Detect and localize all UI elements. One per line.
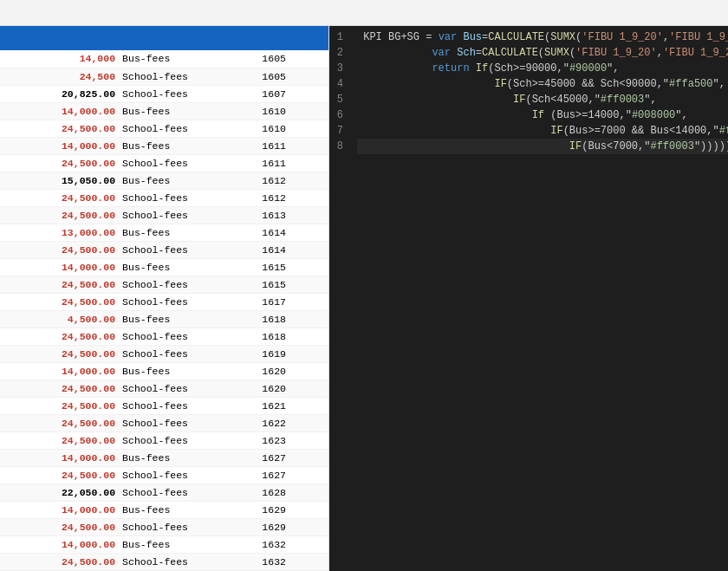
close-button[interactable] [3, 3, 23, 23]
table-row: 24,500.00School-fees1619 [0, 345, 328, 362]
id-cell: 1627 [258, 449, 328, 466]
amount-cell: 24,500.00 [0, 120, 119, 137]
id-cell: 1605 [258, 50, 328, 68]
amount-cell: 14,000 [0, 50, 119, 68]
table-row: 14,000Bus-fees1605 [0, 50, 328, 68]
service-cell: School-fees [119, 345, 258, 362]
table-row: 24,500.00School-fees1610 [0, 120, 328, 137]
code-content[interactable]: KPI BG+SG = var Bus=CALCULATE(SUMX('FIBU… [350, 26, 728, 571]
id-cell: 1610 [258, 120, 328, 137]
id-cell: 1605 [258, 68, 328, 85]
code-editor[interactable]: 12345678 KPI BG+SG = var Bus=CALCULATE(S… [329, 26, 728, 571]
id-cell: 1617 [258, 293, 328, 310]
id-cell: 1618 [258, 310, 328, 328]
id-cell: 1612 [258, 172, 328, 189]
table-row: 13,000.00Bus-fees1614 [0, 224, 328, 241]
table-row: 14,000.00Bus-fees1611 [0, 137, 328, 154]
amount-cell: 24,500.00 [0, 380, 119, 397]
table-row: 24,500.00School-fees1622 [0, 414, 328, 431]
amount-cell: 14,000.00 [0, 535, 119, 553]
amount-cell: 14,000.00 [0, 137, 119, 154]
amount-cell: 24,500.00 [0, 206, 119, 224]
amount-cell: 14,000.00 [0, 501, 119, 518]
service-cell: School-fees [119, 293, 258, 310]
amount-cell: 24,500.00 [0, 154, 119, 172]
table-row: 24,500.00School-fees1620 [0, 380, 328, 397]
table-row: 24,500.00School-fees1618 [0, 328, 328, 345]
service-cell: School-fees [119, 553, 258, 570]
line-number: 1 [333, 29, 343, 45]
id-cell: 1629 [258, 518, 328, 535]
service-cell: Bus-fees [119, 50, 258, 68]
code-line: If (Bus>=14000,"#008000", [357, 107, 728, 123]
line-number: 8 [333, 139, 343, 154]
amount-cell: 24,500.00 [0, 414, 119, 431]
line-number: 4 [333, 76, 343, 92]
data-table: 14,000Bus-fees160524,500School-fees16052… [0, 50, 328, 571]
table-row: 24,500.00School-fees1627 [0, 466, 328, 483]
table-row: 22,050.00School-fees1628 [0, 483, 328, 501]
code-line: return If(Sch>=90000,"#90000", [357, 61, 728, 76]
table-row: 4,500.00Bus-fees1618 [0, 310, 328, 328]
table-row: 14,000.00Bus-fees1620 [0, 362, 328, 380]
id-cell: 1614 [258, 224, 328, 241]
code-line: var Sch=CALCULATE(SUMX('FIBU 1_9_20','FI… [357, 45, 728, 61]
amount-cell: 24,500.00 [0, 431, 119, 449]
table-row: 14,000.00Bus-fees1629 [0, 501, 328, 518]
service-cell: Bus-fees [119, 258, 258, 276]
amount-cell: 24,500.00 [0, 518, 119, 535]
amount-cell: 24,500.00 [0, 241, 119, 258]
table-row: 24,500.00School-fees1621 [0, 397, 328, 414]
service-cell: Bus-fees [119, 102, 258, 120]
amount-cell: 14,000.00 [0, 449, 119, 466]
id-cell: 1619 [258, 345, 328, 362]
id-cell: 1620 [258, 380, 328, 397]
service-cell: School-fees [119, 328, 258, 345]
service-cell: School-fees [119, 189, 258, 206]
service-cell: School-fees [119, 397, 258, 414]
amount-cell: 24,500.00 [0, 553, 119, 570]
amount-cell: 24,500.00 [0, 189, 119, 206]
id-cell: 1620 [258, 362, 328, 380]
service-cell: School-fees [119, 241, 258, 258]
line-number: 5 [333, 92, 343, 107]
id-cell: 1613 [258, 206, 328, 224]
table-row: 20,825.00School-fees1607 [0, 85, 328, 102]
id-cell: 1612 [258, 189, 328, 206]
main-area: 14,000Bus-fees160524,500School-fees16052… [0, 26, 728, 571]
amount-cell: 22,050.00 [0, 483, 119, 501]
id-cell: 1632 [258, 553, 328, 570]
table-row: 24,500.00School-fees1629 [0, 518, 328, 535]
code-line: IF(Sch>=45000 && Sch<90000,"#ffa500", [357, 76, 728, 92]
amount-cell: 24,500.00 [0, 345, 119, 362]
id-cell: 1607 [258, 85, 328, 102]
amount-cell: 24,500.00 [0, 276, 119, 293]
left-panel[interactable]: 14,000Bus-fees160524,500School-fees16052… [0, 26, 329, 571]
amount-cell: 24,500.00 [0, 466, 119, 483]
amount-cell: 13,000.00 [0, 224, 119, 241]
table-row: 15,050.00Bus-fees1612 [0, 172, 328, 189]
service-cell: Bus-fees [119, 535, 258, 553]
line-number: 6 [333, 107, 343, 123]
amount-cell: 24,500.00 [0, 328, 119, 345]
service-cell: School-fees [119, 154, 258, 172]
table-row: 24,500.00School-fees1617 [0, 293, 328, 310]
amount-cell: 15,050.00 [0, 172, 119, 189]
service-cell: School-fees [119, 466, 258, 483]
table-row: 14,000.00Bus-fees1615 [0, 258, 328, 276]
table-row: 24,500.00School-fees1611 [0, 154, 328, 172]
service-cell: School-fees [119, 518, 258, 535]
service-cell: School-fees [119, 380, 258, 397]
service-cell: Bus-fees [119, 172, 258, 189]
service-cell: Bus-fees [119, 137, 258, 154]
id-cell: 1614 [258, 241, 328, 258]
line-numbers: 12345678 [329, 26, 350, 571]
toolbar [0, 0, 728, 26]
service-cell: School-fees [119, 483, 258, 501]
table-row: 24,500.00School-fees1632 [0, 553, 328, 570]
amount-cell: 4,500.00 [0, 310, 119, 328]
service-cell: School-fees [119, 276, 258, 293]
check-button[interactable] [26, 3, 45, 23]
amount-cell: 24,500 [0, 68, 119, 85]
id-cell: 1622 [258, 414, 328, 431]
